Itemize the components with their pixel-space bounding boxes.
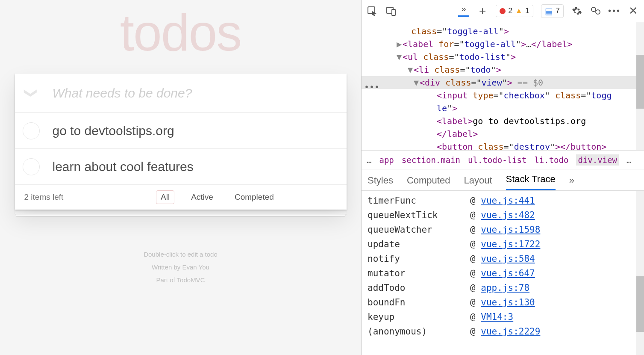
devtools-panel: » + 2 ▲ 1 ▤ 7 ••• ✕ ••• class="toggle-al…	[361, 0, 644, 355]
todo-item: go to devtoolstips.org	[15, 113, 347, 149]
source-link[interactable]: vue.js:1598	[481, 225, 540, 235]
stack-frame: notify@ vue.js:584	[362, 251, 644, 266]
dom-node-line[interactable]: ▼<ul class="todo-list">	[362, 50, 644, 63]
more-icon[interactable]: •••	[609, 6, 620, 17]
stack-frame: boundFn@ vue.js:130	[362, 295, 644, 310]
elements-dom-tree[interactable]: ••• class="toggle-all">▶<label for="togg…	[362, 22, 644, 151]
filter-all[interactable]: All	[156, 190, 174, 204]
filter-group: All Active Completed	[97, 190, 337, 204]
stack-location: @ vue.js:482	[470, 210, 535, 220]
svg-rect-2	[392, 9, 395, 15]
stack-location: @ vue.js:1722	[470, 239, 540, 249]
filter-active[interactable]: Active	[186, 190, 218, 204]
inspect-element-icon[interactable]	[367, 6, 378, 17]
todo-list: go to devtoolstips.org learn about cool …	[15, 113, 347, 185]
dom-node-line[interactable]: ▼<div class="view"> == $0	[362, 76, 644, 89]
breadcrumb-crumb[interactable]: ul.todo-list	[468, 155, 526, 165]
stack-fn-name: (anonymous)	[368, 326, 470, 337]
dom-node-line[interactable]: class="toggle-all">	[362, 25, 644, 38]
new-todo-row: ❯	[15, 74, 347, 113]
issues-badge[interactable]: ▤ 7	[541, 4, 564, 18]
stack-frame: keyup@ VM14:3	[362, 310, 644, 324]
scrollbar-thumb[interactable]	[636, 276, 644, 332]
stack-location: @ vue.js:1598	[470, 225, 540, 235]
feedback-icon[interactable]	[590, 6, 601, 17]
settings-icon[interactable]	[571, 6, 582, 17]
stack-location: @ vue.js:647	[470, 268, 535, 278]
stack-location: @ app.js:78	[470, 283, 529, 293]
close-icon[interactable]: ✕	[628, 6, 639, 17]
breadcrumb-overflow[interactable]: …	[626, 155, 631, 165]
error-count-badge[interactable]: 2 ▲ 1	[496, 5, 533, 17]
subtab-overflow-icon[interactable]: »	[569, 175, 574, 190]
stack-scrollbar[interactable]	[636, 191, 644, 355]
filter-completed[interactable]: Completed	[230, 190, 279, 204]
stack-fn-name: queueNextTick	[368, 210, 470, 220]
scrollbar-thumb[interactable]	[636, 55, 644, 109]
app-info: Double-click to edit a todo Written by E…	[8, 248, 354, 287]
stack-location: @ vue.js:130	[470, 297, 535, 308]
dom-node-line[interactable]: le">	[362, 102, 644, 115]
dom-scrollbar[interactable]	[636, 22, 644, 150]
device-toggle-icon[interactable]	[385, 6, 397, 17]
todo-label[interactable]: go to devtoolstips.org	[40, 124, 174, 138]
new-todo-input[interactable]	[40, 86, 347, 101]
chevron-down-icon[interactable]: ❯	[24, 85, 38, 102]
source-link[interactable]: vue.js:130	[481, 297, 535, 308]
subtab-layout[interactable]: Layout	[464, 175, 492, 190]
source-link[interactable]: app.js:78	[481, 283, 529, 293]
source-link[interactable]: VM14:3	[481, 312, 513, 322]
checkbox-icon[interactable]	[23, 122, 40, 139]
stack-fn-name: keyup	[368, 312, 470, 322]
breadcrumb-crumb[interactable]: li.todo	[534, 155, 568, 165]
stack-frame: timerFunc@ vue.js:441	[362, 193, 644, 208]
source-link[interactable]: vue.js:584	[481, 254, 535, 264]
issues-icon: ▤	[545, 6, 553, 16]
app-viewport: todos ❯ go to devtoolstips.org learn abo…	[0, 0, 361, 355]
stack-fn-name: timerFunc	[368, 195, 470, 206]
dom-node-line[interactable]: <input type="checkbox" class="togg	[362, 89, 644, 102]
source-link[interactable]: vue.js:2229	[481, 326, 540, 337]
warning-count: 1	[525, 6, 529, 15]
source-link[interactable]: vue.js:1722	[481, 239, 540, 249]
svg-point-4	[596, 10, 600, 14]
todo-app: todos ❯ go to devtoolstips.org learn abo…	[8, 0, 354, 287]
dom-node-line[interactable]: </label>	[362, 127, 644, 140]
dom-node-line[interactable]: ▼<li class="todo">	[362, 63, 644, 76]
todo-item: learn about cool features	[15, 149, 347, 185]
subtab-styles[interactable]: Styles	[368, 175, 393, 190]
dom-gutter-ellipsis[interactable]: •••	[364, 80, 379, 93]
overflow-tabs-icon[interactable]: »	[458, 6, 469, 17]
source-link[interactable]: vue.js:647	[481, 268, 535, 278]
todo-label[interactable]: learn about cool features	[40, 160, 194, 174]
dom-node-line[interactable]: <button class="destroy"></button>	[362, 140, 644, 151]
stack-trace-panel: timerFunc@ vue.js:441queueNextTick@ vue.…	[362, 191, 644, 355]
dom-node-line[interactable]: <label>go to devtoolstips.org	[362, 115, 644, 127]
source-link[interactable]: vue.js:441	[481, 195, 535, 206]
todo-card: ❯ go to devtoolstips.org learn about coo…	[15, 74, 347, 210]
info-line: Written by Evan You	[8, 261, 354, 274]
source-link[interactable]: vue.js:482	[481, 210, 535, 220]
breadcrumb-crumb[interactable]: div.view	[576, 154, 619, 166]
app-title: todos	[8, 0, 354, 61]
footer-bar: 2 items left All Active Completed	[15, 185, 347, 210]
subtab-computed[interactable]: Computed	[407, 175, 450, 190]
error-count: 2	[508, 6, 512, 15]
info-line: Double-click to edit a todo	[8, 248, 354, 261]
breadcrumb-overflow[interactable]: …	[367, 155, 371, 165]
breadcrumb-crumb[interactable]: app	[379, 155, 394, 165]
styles-subtabs: StylesComputedLayoutStack Trace»	[362, 169, 644, 191]
stack-frame: queueWatcher@ vue.js:1598	[362, 222, 644, 237]
new-tab-icon[interactable]: +	[477, 6, 488, 17]
checkbox-icon[interactable]	[23, 158, 40, 175]
stack-location: @ VM14:3	[470, 312, 513, 322]
stack-frame: mutator@ vue.js:647	[362, 266, 644, 281]
warning-icon: ▲	[515, 6, 523, 15]
subtab-stack-trace[interactable]: Stack Trace	[506, 174, 556, 190]
breadcrumb-crumb[interactable]: section.main	[402, 155, 460, 165]
issues-count: 7	[556, 6, 560, 15]
dom-node-line[interactable]: ▶<label for="toggle-all">…</label>	[362, 38, 644, 50]
info-line: Part of TodoMVC	[8, 274, 354, 287]
stack-fn-name: addTodo	[368, 283, 470, 293]
stack-fn-name: notify	[368, 254, 470, 264]
